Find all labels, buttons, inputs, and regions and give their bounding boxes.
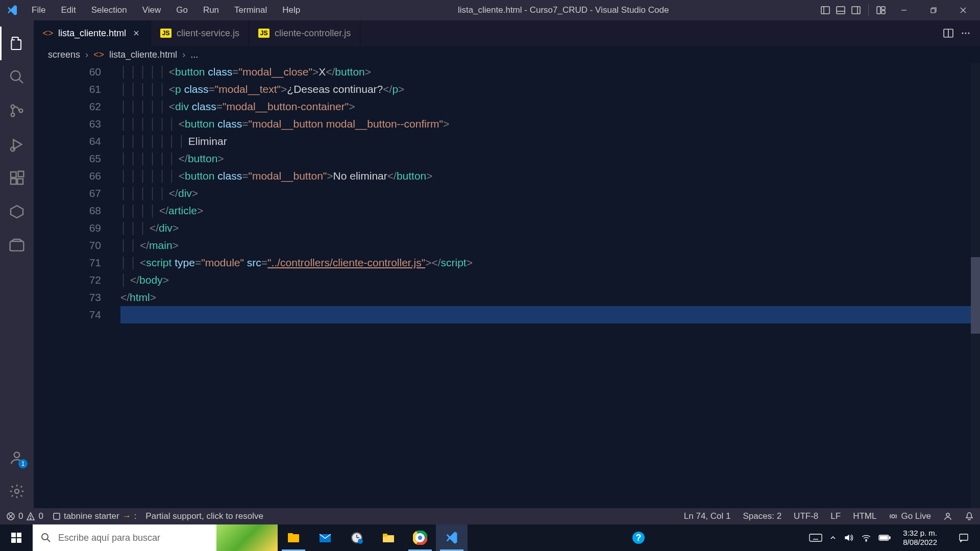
accounts-icon[interactable]: 1 <box>0 441 34 474</box>
taskbar-apps <box>278 524 468 551</box>
scrollbar-thumb[interactable] <box>971 257 980 334</box>
folder-icon[interactable] <box>373 524 404 551</box>
close-tab-icon[interactable] <box>131 28 141 38</box>
tab-client-service-js[interactable]: JSclient-service.js <box>151 20 249 46</box>
tab-label: client-service.js <box>177 28 239 39</box>
chevron-right-icon: › <box>85 49 88 60</box>
ext1-icon[interactable] <box>0 195 34 229</box>
mail-icon[interactable] <box>309 524 341 551</box>
vscode-logo-icon <box>0 4 24 16</box>
toggle-primary-sidebar-icon[interactable] <box>819 4 831 16</box>
breadcrumb-file[interactable]: lista_cliente.html <box>109 49 177 60</box>
svg-point-31 <box>965 33 967 34</box>
menu-edit[interactable]: Edit <box>54 2 83 18</box>
volume-icon[interactable] <box>844 533 854 543</box>
feedback-icon[interactable] <box>943 512 952 521</box>
titlebar: FileEditSelectionViewGoRunTerminalHelp l… <box>0 0 980 20</box>
wifi-icon[interactable] <box>861 533 871 543</box>
arrow-icon: → <box>122 511 131 521</box>
customize-layout-icon[interactable] <box>875 4 887 16</box>
go-live-button[interactable]: Go Live <box>889 511 931 521</box>
maximize-button[interactable] <box>919 0 948 20</box>
svg-rect-7 <box>881 7 885 10</box>
editor-area: <>lista_cliente.htmlJSclient-service.jsJ… <box>34 20 980 508</box>
svg-rect-56 <box>383 534 387 537</box>
date-label: 8/08/2022 <box>903 538 937 547</box>
taskbar-clock[interactable]: 3:32 p. m. 8/08/2022 <box>898 529 942 547</box>
keyboard-icon[interactable] <box>809 533 822 543</box>
svg-marker-23 <box>11 206 23 218</box>
toggle-secondary-sidebar-icon[interactable] <box>850 4 862 16</box>
partial-support-status[interactable]: Partial support, click to resolve <box>145 511 263 521</box>
breadcrumb-folder[interactable]: screens <box>48 49 80 60</box>
encoding-status[interactable]: UTF-8 <box>794 511 818 521</box>
svg-rect-43 <box>11 538 16 543</box>
menu-terminal[interactable]: Terminal <box>227 2 274 18</box>
menu-go[interactable]: Go <box>169 2 195 18</box>
breadcrumbs[interactable]: screens › <> lista_cliente.html › ... <box>34 46 980 63</box>
warning-count: 0 <box>38 511 43 521</box>
help-app-icon[interactable]: ? <box>623 524 654 551</box>
go-live-label: Go Live <box>901 511 931 521</box>
menu-help[interactable]: Help <box>275 2 307 18</box>
svg-rect-72 <box>880 536 888 539</box>
breadcrumb-more[interactable]: ... <box>190 49 198 60</box>
battery-icon[interactable] <box>878 534 891 541</box>
search-widget-image <box>216 524 278 551</box>
search-icon[interactable] <box>0 60 34 94</box>
split-editor-icon[interactable] <box>943 28 953 38</box>
minimize-button[interactable] <box>889 0 919 20</box>
file-explorer-icon[interactable] <box>278 524 309 551</box>
vscode-taskbar-icon[interactable] <box>436 524 468 551</box>
menu-view[interactable]: View <box>135 2 168 18</box>
taskbar-search[interactable]: Escribe aquí para buscar <box>33 524 278 551</box>
svg-rect-44 <box>17 538 21 543</box>
code-content[interactable]: │ │ │ │ │ <button class="modal__close">X… <box>120 63 980 508</box>
settings-gear-icon[interactable] <box>0 474 34 508</box>
notifications-icon[interactable] <box>965 512 974 521</box>
problems-status[interactable]: 0 0 <box>6 511 43 521</box>
explorer-icon[interactable] <box>0 27 34 60</box>
more-actions-icon[interactable] <box>961 28 971 38</box>
tab-label: lista_cliente.html <box>58 28 126 39</box>
tab-label: cliente-controller.js <box>275 28 351 39</box>
menu-selection[interactable]: Selection <box>84 2 134 18</box>
svg-rect-20 <box>11 179 16 184</box>
code-editor[interactable]: 606162636465666768697071727374 │ │ │ │ │… <box>34 63 980 508</box>
svg-point-45 <box>42 534 48 540</box>
svg-rect-71 <box>889 537 890 539</box>
menu-run[interactable]: Run <box>196 2 226 18</box>
eol-status[interactable]: LF <box>830 511 841 521</box>
ext2-icon[interactable] <box>0 229 34 262</box>
svg-rect-65 <box>810 534 822 541</box>
chrome-icon[interactable] <box>404 524 436 551</box>
svg-point-37 <box>31 518 32 519</box>
menu-file[interactable]: File <box>24 2 53 18</box>
tab-lista_cliente-html[interactable]: <>lista_cliente.html <box>34 20 151 46</box>
extensions-icon[interactable] <box>0 161 34 195</box>
action-center-icon[interactable] <box>949 532 978 543</box>
svg-rect-2 <box>837 7 845 14</box>
run-debug-icon[interactable] <box>0 128 34 161</box>
tabnine-status[interactable]: tabnine starter → : <box>53 511 136 521</box>
titlebar-right <box>819 0 980 20</box>
close-button[interactable] <box>948 0 978 20</box>
svg-point-40 <box>946 513 949 516</box>
svg-point-16 <box>11 113 15 117</box>
clock-app-icon[interactable] <box>341 524 373 551</box>
html-file-icon: <> <box>43 28 53 38</box>
cursor-position[interactable]: Ln 74, Col 1 <box>684 511 731 521</box>
source-control-icon[interactable] <box>0 94 34 128</box>
indentation-status[interactable]: Spaces: 2 <box>743 511 782 521</box>
statusbar: 0 0 tabnine starter → : Partial support,… <box>0 508 980 524</box>
tab-cliente-controller-js[interactable]: JScliente-controller.js <box>249 20 360 46</box>
chevron-up-icon[interactable] <box>829 534 837 541</box>
svg-point-30 <box>962 33 964 34</box>
language-status[interactable]: HTML <box>853 511 876 521</box>
svg-text:?: ? <box>635 533 641 543</box>
start-button[interactable] <box>0 524 33 551</box>
accounts-badge: 1 <box>18 459 28 468</box>
toggle-panel-icon[interactable] <box>835 4 847 16</box>
svg-line-46 <box>47 539 50 542</box>
svg-rect-38 <box>54 513 60 519</box>
